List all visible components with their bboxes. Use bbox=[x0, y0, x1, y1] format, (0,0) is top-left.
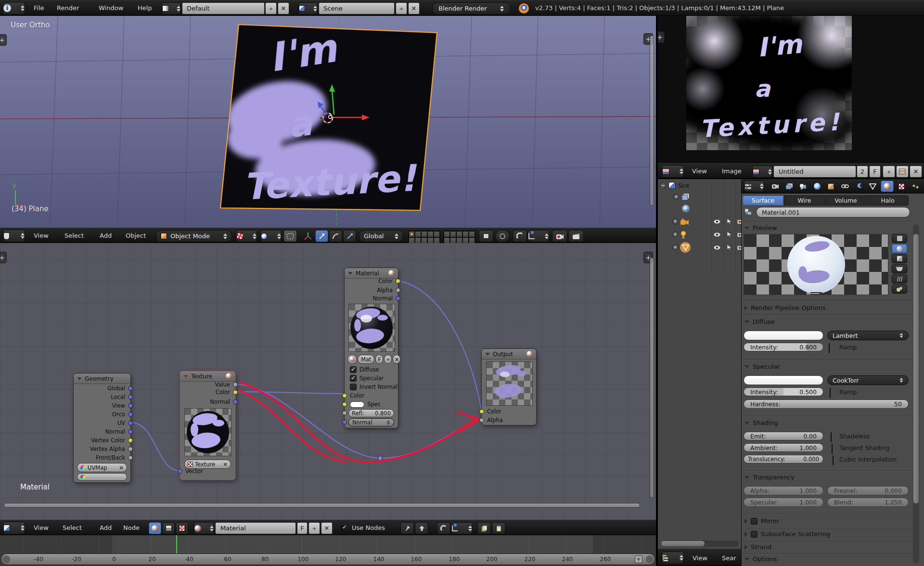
transparency-alpha-slider[interactable]: Alpha:1.000 bbox=[744, 486, 823, 495]
close-icon[interactable]: ✕ bbox=[119, 464, 124, 471]
menu-render[interactable]: Render bbox=[57, 4, 79, 12]
collapse-minus-icon[interactable]: − bbox=[660, 182, 666, 189]
snap-element-button[interactable] bbox=[528, 230, 549, 242]
tangent-shading-checkbox[interactable] bbox=[832, 444, 833, 454]
close-layout-button[interactable]: ✕ bbox=[278, 2, 289, 14]
panel-header-sss[interactable]: Subsurface Scattering :::: bbox=[744, 530, 921, 538]
users-count-button[interactable]: 2 bbox=[857, 166, 868, 178]
region-expand-left-tab[interactable]: + bbox=[657, 31, 665, 43]
properties-scrollbar-thumb[interactable] bbox=[913, 234, 919, 503]
node-menu-add[interactable]: Add bbox=[100, 524, 112, 531]
pivot-point-button[interactable] bbox=[260, 230, 282, 242]
tab-halo[interactable]: Halo bbox=[867, 195, 909, 206]
preview-monkey-button[interactable] bbox=[892, 264, 907, 273]
image-name-field[interactable]: Untitled bbox=[773, 166, 856, 178]
viewport-menu-view[interactable]: View bbox=[34, 232, 49, 239]
specular-color-swatch[interactable] bbox=[744, 375, 823, 385]
socket-in-color[interactable] bbox=[342, 393, 347, 398]
material-browse-button[interactable] bbox=[347, 355, 357, 364]
outliner-menu-search[interactable]: Sear bbox=[722, 554, 736, 562]
selectable-cursor-icon[interactable] bbox=[727, 218, 732, 224]
image-browse-button[interactable] bbox=[752, 166, 772, 178]
collapse-icon[interactable] bbox=[77, 377, 82, 380]
socket-out-local[interactable] bbox=[128, 395, 133, 399]
properties-editor[interactable]: Surface Wire Volume Halo Material.001 Pr… bbox=[741, 179, 924, 566]
diffuse-ramp-checkbox[interactable] bbox=[829, 343, 830, 353]
viewport-editor-type-button[interactable] bbox=[3, 230, 25, 242]
fake-user-button[interactable]: F bbox=[375, 355, 383, 364]
viewport-3d[interactable]: I'm a Texture! y bbox=[0, 16, 656, 228]
outliner-horizontal-scrollbar[interactable] bbox=[661, 540, 739, 547]
preview-toggle-icon[interactable] bbox=[388, 270, 395, 276]
preview-hair-button[interactable] bbox=[892, 274, 907, 283]
socket-out-color[interactable] bbox=[233, 390, 238, 395]
tree-type-material-button[interactable] bbox=[149, 522, 161, 534]
panel-header-options[interactable]: Options :::: bbox=[744, 555, 921, 563]
preview-flat-button[interactable] bbox=[892, 234, 907, 243]
diffuse-intensity-slider[interactable]: Intensity:0.800 bbox=[744, 343, 823, 351]
pack-image-button[interactable] bbox=[896, 166, 909, 178]
panel-header-mirror[interactable]: Mirror :::: bbox=[744, 517, 921, 525]
snap-toggle-button[interactable] bbox=[513, 230, 527, 242]
shadeless-checkbox[interactable] bbox=[831, 432, 832, 442]
fake-user-button[interactable]: F bbox=[869, 166, 881, 178]
material-datablock-name[interactable]: Mat bbox=[358, 355, 374, 364]
socket-in-color[interactable] bbox=[479, 409, 484, 414]
outliner-row-world[interactable] bbox=[682, 203, 690, 214]
invert-normal-checkbox[interactable] bbox=[350, 384, 357, 390]
material-name-field[interactable]: Material bbox=[215, 522, 296, 534]
close-scene-button[interactable]: ✕ bbox=[408, 2, 420, 14]
manipulator-translate-button[interactable] bbox=[315, 230, 328, 242]
node-menu-node[interactable]: Node bbox=[123, 524, 140, 531]
preview-toggle-icon[interactable] bbox=[226, 373, 232, 379]
layers-grid-2[interactable] bbox=[443, 231, 475, 244]
renderable-camera-icon[interactable] bbox=[737, 245, 741, 251]
visibility-eye-icon[interactable] bbox=[714, 245, 720, 250]
proportional-edit-button[interactable] bbox=[283, 230, 297, 242]
preview-sss-button[interactable] bbox=[892, 284, 907, 294]
opengl-render-button[interactable] bbox=[552, 230, 567, 242]
pin-button[interactable] bbox=[400, 522, 414, 534]
zoom-plus-button[interactable]: + bbox=[635, 555, 642, 563]
properties-editor-type-button[interactable] bbox=[744, 180, 764, 192]
socket-out-value[interactable] bbox=[233, 382, 238, 387]
copy-nodes-button[interactable] bbox=[477, 522, 491, 534]
socket-out-orco[interactable] bbox=[128, 412, 133, 417]
spec-color-swatch[interactable] bbox=[350, 401, 364, 408]
scene-icon-button[interactable] bbox=[298, 2, 318, 14]
image-menu-view[interactable]: View bbox=[692, 167, 707, 175]
socket-out-normal[interactable] bbox=[233, 399, 238, 404]
tab-wire[interactable]: Wire bbox=[784, 195, 825, 206]
outliner-row-camera[interactable]: + bbox=[672, 216, 689, 227]
socket-out-vertexalpha[interactable] bbox=[128, 447, 133, 451]
tab-volume[interactable]: Volume bbox=[825, 195, 866, 206]
menu-help[interactable]: Help bbox=[138, 4, 152, 12]
outliner-row-renderlayers[interactable]: + bbox=[673, 192, 690, 202]
node-horizontal-scrollbar[interactable] bbox=[4, 503, 640, 508]
socket-out-global[interactable] bbox=[128, 386, 133, 391]
add-material-button[interactable]: ＋ bbox=[384, 355, 392, 364]
socket-in-refl[interactable] bbox=[342, 411, 347, 415]
scrollbar-left-cap[interactable] bbox=[2, 555, 10, 563]
socket-out-uv[interactable] bbox=[128, 421, 133, 425]
snap-toggle-button[interactable] bbox=[437, 522, 450, 534]
preview-sphere-button[interactable] bbox=[892, 244, 907, 253]
layout-name-field[interactable]: Default bbox=[182, 2, 265, 14]
menu-file[interactable]: File bbox=[34, 4, 44, 12]
socket-in-vector[interactable] bbox=[178, 469, 182, 474]
tab-data-icon[interactable] bbox=[867, 180, 879, 192]
panel-header-specular[interactable]: Specular :::: bbox=[744, 363, 921, 370]
opengl-render-anim-button[interactable] bbox=[568, 230, 584, 242]
socket-in-alpha[interactable] bbox=[479, 418, 484, 423]
add-material-button[interactable]: ＋ bbox=[308, 522, 320, 534]
node-output[interactable]: Output Color Alpha bbox=[481, 348, 537, 425]
timeline-playhead[interactable] bbox=[176, 535, 177, 553]
tab-texture-icon[interactable] bbox=[896, 180, 908, 192]
properties-scrollbar-track[interactable] bbox=[913, 224, 919, 564]
renderable-camera-icon[interactable] bbox=[737, 219, 741, 225]
tab-scene-icon[interactable] bbox=[797, 180, 809, 192]
selectable-cursor-icon[interactable] bbox=[727, 231, 732, 237]
outliner-row-lamp[interactable]: + bbox=[672, 229, 687, 240]
socket-out-normal[interactable] bbox=[396, 296, 400, 301]
shading-ambient-slider[interactable]: Ambient:1.000 bbox=[744, 443, 823, 452]
